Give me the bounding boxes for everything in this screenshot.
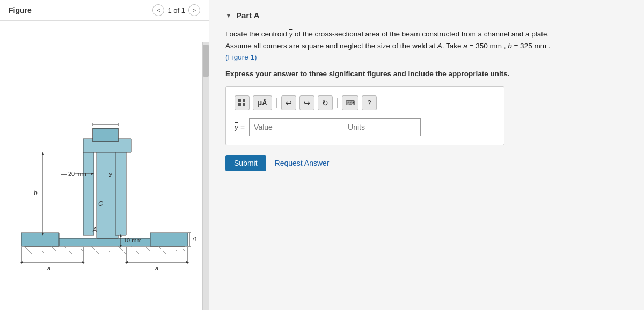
answer-row: y = <box>235 118 495 136</box>
toolbar-separator-1 <box>276 98 277 108</box>
undo-button[interactable]: ↩ <box>281 95 296 110</box>
submit-button[interactable]: Submit <box>225 155 266 171</box>
prev-page-button[interactable]: < <box>152 4 164 16</box>
bold-instruction: Express your answer to three significant… <box>225 70 628 78</box>
svg-line-8 <box>24 246 32 254</box>
dim-70mm-label: 70 mm <box>192 235 196 242</box>
value-input[interactable] <box>249 118 343 136</box>
redo-icon: ↪ <box>304 99 310 107</box>
engineering-figure: — 20 mm ȳ 10 mm 70 mm b C A <box>13 40 196 292</box>
label-a-right: a <box>155 265 158 271</box>
matrix-icon <box>238 99 246 107</box>
svg-line-12 <box>78 246 86 254</box>
figure-header: Figure < 1 of 1 > <box>0 0 209 21</box>
right-panel: ▼ Part A Locate the centroid y of the cr… <box>209 0 644 310</box>
part-arrow-icon: ▼ <box>225 12 232 19</box>
figure-link[interactable]: (Figure 1) <box>225 53 257 61</box>
help-label: ? <box>368 99 371 107</box>
label-c: C <box>98 200 103 208</box>
dim-10mm-label: 10 mm <box>123 237 142 243</box>
svg-line-9 <box>38 246 46 254</box>
svg-marker-2 <box>150 233 188 246</box>
svg-marker-7 <box>93 128 118 142</box>
matrix-button[interactable] <box>235 95 250 110</box>
mu-button[interactable]: μÂ <box>253 95 272 110</box>
nav-controls: < 1 of 1 > <box>152 4 200 16</box>
svg-marker-3 <box>97 139 118 238</box>
label-a-left: a <box>47 265 50 271</box>
svg-line-11 <box>64 246 72 254</box>
svg-line-14 <box>105 246 113 254</box>
answer-box: μÂ ↩ ↪ ↻ ⌨ ? <box>225 86 504 145</box>
problem-description: Locate the centroid y of the cross-secti… <box>225 28 628 63</box>
units-input[interactable] <box>343 118 421 136</box>
svg-line-15 <box>118 246 126 254</box>
svg-line-13 <box>91 246 99 254</box>
request-answer-link[interactable]: Request Answer <box>275 159 330 167</box>
scrollbar[interactable] <box>202 42 209 310</box>
action-row: Submit Request Answer <box>225 155 628 171</box>
dim-20mm-label: 20 mm <box>68 171 86 177</box>
svg-marker-6 <box>115 152 126 235</box>
figure-content: — 20 mm ȳ 10 mm 70 mm b C A <box>0 21 209 310</box>
figure-label: Figure <box>9 6 32 14</box>
svg-text:—: — <box>61 171 67 177</box>
undo-icon: ↩ <box>286 99 292 107</box>
svg-marker-1 <box>21 233 59 246</box>
redo-button[interactable]: ↪ <box>299 95 314 110</box>
svg-line-18 <box>158 246 166 254</box>
label-b: b <box>34 189 38 197</box>
keyboard-icon: ⌨ <box>346 99 355 107</box>
next-page-button[interactable]: > <box>188 4 200 16</box>
refresh-icon: ↻ <box>322 99 328 107</box>
answer-label: y = <box>235 123 245 131</box>
svg-marker-5 <box>83 152 94 235</box>
mu-label: μÂ <box>258 99 267 107</box>
keyboard-button[interactable]: ⌨ <box>342 95 358 110</box>
svg-marker-35 <box>42 152 44 155</box>
part-title: Part A <box>236 11 260 20</box>
answer-toolbar: μÂ ↩ ↪ ↻ ⌨ ? <box>235 95 495 110</box>
svg-line-16 <box>131 246 140 254</box>
part-header: ▼ Part A <box>225 11 628 20</box>
svg-line-20 <box>180 246 188 254</box>
page-info: 1 of 1 <box>167 6 185 14</box>
svg-text:ȳ: ȳ <box>109 171 113 177</box>
scroll-thumb <box>203 45 209 77</box>
toolbar-separator-2 <box>337 98 338 108</box>
svg-line-10 <box>51 246 59 254</box>
help-button[interactable]: ? <box>362 95 377 110</box>
refresh-button[interactable]: ↻ <box>318 95 333 110</box>
label-a-point: A <box>92 226 97 233</box>
left-panel: Figure < 1 of 1 > <box>0 0 209 310</box>
svg-line-19 <box>172 246 180 254</box>
svg-line-17 <box>145 246 153 254</box>
